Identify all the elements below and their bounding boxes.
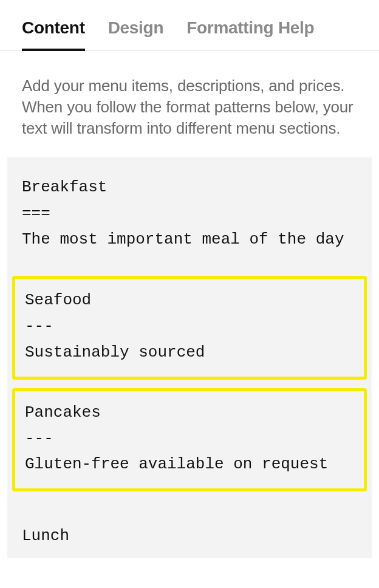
menu-section-seafood-highlighted: Seafood --- Sustainably sourced [12,276,367,380]
tab-design[interactable]: Design [108,18,164,50]
menu-section-pancakes-highlighted: Pancakes --- Gluten-free available on re… [12,388,367,492]
tab-content[interactable]: Content [22,18,85,51]
instructions-text: Add your menu items, descriptions, and p… [0,51,379,157]
menu-section-lunch-partial: Lunch [7,500,372,549]
tab-formatting-help[interactable]: Formatting Help [186,18,314,50]
menu-section-breakfast: Breakfast === The most important meal of… [7,174,372,253]
menu-editor[interactable]: Breakfast === The most important meal of… [7,157,372,558]
tabs-bar: Content Design Formatting Help [0,0,379,51]
